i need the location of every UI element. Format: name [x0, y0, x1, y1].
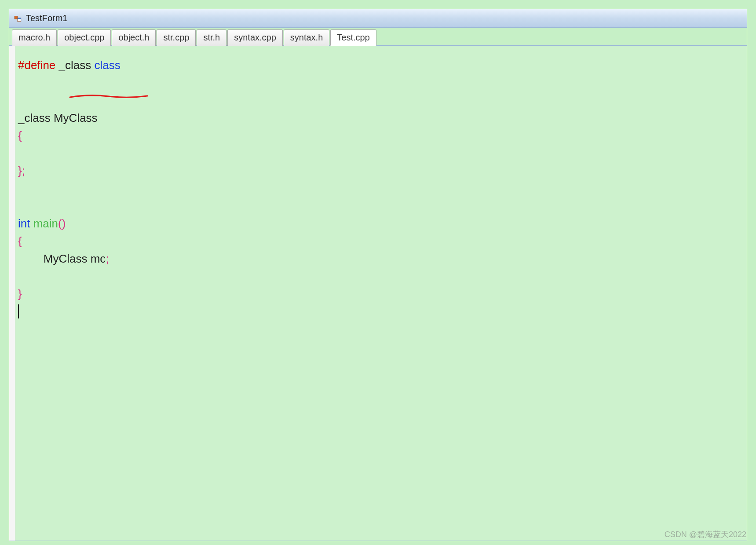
text-caret [18, 304, 19, 318]
tab-object-h[interactable]: object.h [112, 29, 156, 46]
svg-rect-0 [15, 16, 18, 19]
token-function-main: main [33, 217, 58, 230]
tab-syntax-h[interactable]: syntax.h [284, 29, 329, 46]
token-var-type: MyClass [44, 252, 88, 265]
token-var-name: mc [91, 252, 106, 265]
tabstrip: macro.h object.cpp object.h str.cpp str.… [9, 28, 747, 46]
titlebar[interactable]: TestForm1 [9, 9, 747, 28]
token-brace-open: { [18, 234, 22, 248]
token-brace-close: } [18, 287, 22, 300]
app-window: TestForm1 macro.h object.cpp object.h st… [9, 9, 747, 541]
tab-syntax-cpp[interactable]: syntax.cpp [227, 29, 283, 46]
token-macro-name: _class [59, 59, 91, 72]
tab-str-h[interactable]: str.h [197, 29, 226, 46]
tab-test-cpp[interactable]: Test.cpp [330, 29, 376, 46]
tab-macro-h[interactable]: macro.h [12, 29, 57, 46]
tab-str-cpp[interactable]: str.cpp [157, 29, 196, 46]
token-class-decl: _class [18, 111, 51, 124]
token-semi: ; [106, 252, 109, 265]
editor-gutter [9, 46, 15, 541]
code-editor[interactable]: #define _class class _class MyClass { };… [15, 46, 747, 541]
token-indent [18, 252, 44, 265]
token-keyword-int: int [18, 217, 30, 230]
token-keyword-class: class [94, 59, 120, 72]
svg-rect-2 [18, 18, 21, 18]
tab-object-cpp[interactable]: object.cpp [58, 29, 111, 46]
editor-wrap: #define _class class _class MyClass { };… [9, 46, 747, 541]
form-icon [14, 14, 22, 23]
window-title: TestForm1 [26, 13, 67, 23]
token-parens: () [58, 217, 66, 230]
token-preprocessor: #define [18, 59, 55, 72]
token-brace-open: { [18, 129, 22, 142]
token-class-name: MyClass [54, 111, 98, 124]
token-brace-close-semi: }; [18, 164, 25, 177]
